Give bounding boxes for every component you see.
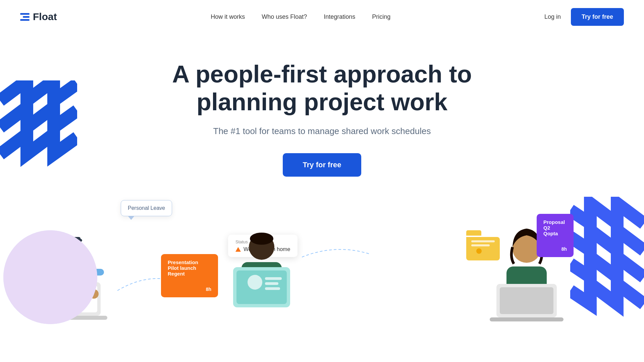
nav-cta-button[interactable]: Try for free [571,8,624,26]
svg-rect-15 [236,270,287,304]
proposal-hours: 8h [543,246,567,252]
hero-title: A people-first approach to planning proj… [171,60,473,116]
svg-rect-18 [265,282,278,285]
task-line-1: Presentation [168,259,211,265]
personal-leave-label: Personal Leave [128,205,165,211]
login-link[interactable]: Log in [544,13,561,20]
svg-rect-17 [265,277,282,280]
nav-right: Log in Try for free [544,8,624,26]
personal-leave-card: Personal Leave [121,200,172,216]
hero-section: A people-first approach to planning proj… [0,34,644,177]
svg-rect-24 [490,317,564,321]
navbar: Float How it works Who uses Float? Integ… [0,0,644,34]
nav-link-how-it-works[interactable]: How it works [211,13,245,20]
person-center-illustration [215,224,309,324]
svg-rect-23 [500,287,553,314]
proposal-line-1: Proposal [543,219,567,225]
nav-link-integrations[interactable]: Integrations [324,13,355,20]
task-line-3: Regent [168,271,211,277]
proposal-line-2: Q2 [543,225,567,231]
task-card-orange: Presentation Pilot launch Regent 8h [161,254,218,297]
logo-text: Float [33,11,57,22]
illustration-area: Personal Leave ··· [0,190,644,324]
svg-point-12 [250,233,273,245]
proposal-card: Proposal Q2 Qopta 8h [537,214,574,257]
hero-cta-button[interactable]: Try for free [283,153,362,177]
task-line-2: Pilot launch [168,265,211,271]
proposal-line-3: Qopta [543,231,567,236]
person-right-circle [3,230,97,324]
nav-link-pricing[interactable]: Pricing [372,13,390,20]
nav-link-who-uses[interactable]: Who uses Float? [262,13,307,20]
nav-links: How it works Who uses Float? Integration… [211,13,390,20]
logo-icon [20,13,30,21]
svg-point-16 [248,275,262,290]
task-hours: 8h [168,287,211,292]
hero-subtitle: The #1 tool for teams to manage shared w… [67,126,577,136]
logo[interactable]: Float [20,11,57,22]
dashed-line-right [302,244,369,270]
svg-rect-19 [265,287,280,290]
